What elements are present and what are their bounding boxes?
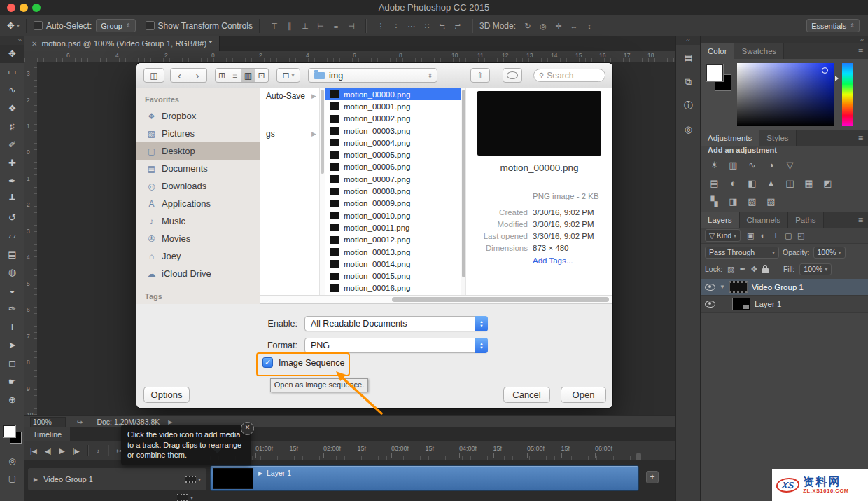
saturation-brightness-field[interactable] — [737, 63, 834, 126]
distribute-bottom-edges-icon[interactable]: ⋯ — [404, 22, 419, 31]
search-field[interactable]: ⚲ Search — [533, 69, 606, 82]
coverflow-view-button[interactable]: ⊡ — [255, 68, 269, 83]
tags-button[interactable] — [503, 68, 522, 83]
dodge-tool[interactable]: ◒ — [0, 282, 24, 300]
filter-adjustment-layers-icon[interactable]: ◐ — [757, 231, 769, 240]
brush-tool[interactable]: ✒ — [0, 172, 24, 191]
sidebar-item-pictures[interactable]: ▧ Pictures — [136, 125, 260, 142]
folder-item[interactable]: Auto-Save ▶ — [260, 90, 319, 102]
distribute-top-edges-icon[interactable]: ⋮ — [373, 22, 388, 31]
sidebar-item-movies[interactable]: ✇ Movies — [136, 230, 260, 247]
photo-filter-icon[interactable]: ▲ — [762, 176, 780, 191]
layer-row-video-group[interactable]: ▼ Video Group 1 — [701, 279, 868, 296]
location-dropdown[interactable]: img ⇕ — [308, 68, 438, 83]
move-tool[interactable]: ✥ — [0, 45, 24, 63]
distribute-right-edges-icon[interactable]: ≓ — [450, 22, 465, 31]
distribute-horizontal-centers-icon[interactable]: ≒ — [435, 22, 450, 31]
sidebar-item-icloud-drive[interactable]: ☁ iCloud Drive — [136, 265, 260, 282]
disclosure-icon[interactable]: ▶ — [34, 476, 38, 483]
shape-tool[interactable]: ◻ — [0, 355, 24, 373]
collapse-tools-icon[interactable]: ›› — [0, 36, 24, 45]
color-balance-icon[interactable]: ◐ — [724, 176, 743, 191]
layer-name[interactable]: Video Group 1 — [752, 283, 804, 291]
enable-dropdown[interactable]: All Readable Documents ▲ ▼ — [304, 316, 488, 331]
disclosure-icon[interactable]: ▼ — [720, 284, 725, 290]
icon-view-button[interactable]: ⊞ — [215, 68, 229, 83]
file-item[interactable]: motion_00008.png — [326, 185, 461, 197]
3d-drag-icon[interactable]: ✛ — [551, 22, 566, 31]
tool-preset-picker[interactable]: ✥ ▾ — [7, 20, 20, 31]
eye-icon[interactable] — [705, 284, 715, 291]
back-button[interactable]: ‹ — [170, 68, 189, 83]
blur-tool[interactable]: ◍ — [0, 263, 24, 282]
3d-roll-icon[interactable]: ◎ — [536, 22, 551, 31]
tab-color[interactable]: Color — [701, 43, 734, 59]
file-item[interactable]: motion_00012.png — [326, 234, 461, 246]
properties-panel-icon[interactable]: ◎ — [676, 119, 701, 140]
hue-saturation-icon[interactable]: ▤ — [705, 176, 724, 191]
info-panel-icon[interactable]: ⓘ — [676, 95, 701, 116]
curves-icon[interactable]: ∿ — [743, 158, 762, 173]
sidebar-item-downloads[interactable]: ◎ Downloads — [136, 177, 260, 195]
previous-frame-button[interactable]: ◀| — [45, 447, 52, 455]
add-media-icon[interactable] — [186, 476, 196, 483]
align-bottom-edges-icon[interactable]: ⊥ — [298, 22, 313, 31]
align-horizontal-centers-icon[interactable]: ≡ — [328, 22, 344, 30]
distribute-vertical-centers-icon[interactable]: ∶ — [388, 22, 404, 31]
align-left-edges-icon[interactable]: ⊢ — [313, 22, 328, 31]
clone-stamp-tool[interactable]: ┻ — [0, 191, 24, 209]
posterize-icon[interactable]: ▚ — [705, 194, 724, 210]
filter-pixel-layers-icon[interactable]: ▣ — [745, 231, 756, 240]
opacity-dropdown[interactable]: 100% ▾ — [813, 247, 846, 259]
selective-color-icon[interactable]: ▨ — [762, 194, 780, 210]
columns-horizontal-scrollbar[interactable] — [260, 295, 612, 304]
sidebar-item-desktop[interactable]: ▢ Desktop — [136, 142, 260, 160]
file-item[interactable]: motion_00015.png — [326, 270, 461, 282]
file-item[interactable]: motion_00014.png — [326, 258, 461, 270]
filter-type-layers-icon[interactable]: T — [770, 231, 781, 240]
marquee-tool[interactable]: ▭ — [0, 63, 24, 81]
hand-tool[interactable]: ☛ — [0, 373, 24, 391]
blend-mode-dropdown[interactable]: Pass Through ▾ — [705, 247, 779, 259]
3d-rotate-icon[interactable]: ↻ — [520, 22, 536, 31]
align-vertical-centers-icon[interactable]: ∥ — [282, 22, 298, 31]
options-button[interactable]: Options — [144, 387, 190, 403]
file-item[interactable]: motion_00006.png — [326, 161, 461, 173]
add-track-button[interactable]: + — [646, 471, 659, 483]
auto-select-dropdown[interactable]: Group ⇕ — [96, 19, 135, 32]
sidebar-toggle-button[interactable]: ◫ — [144, 68, 164, 83]
tab-layers[interactable]: Layers — [701, 212, 740, 228]
history-brush-tool[interactable]: ↺ — [0, 209, 24, 227]
gradient-map-icon[interactable]: ▧ — [743, 194, 762, 210]
scrollbar-thumb[interactable] — [321, 90, 324, 174]
quick-mask-icon[interactable]: ◎ — [0, 456, 24, 466]
vertical-ruler[interactable]: 321012345678910 — [24, 62, 38, 415]
3d-slide-icon[interactable]: ↔ — [566, 22, 582, 30]
arrange-button[interactable]: ⊟ ▾ — [276, 68, 300, 83]
file-item[interactable]: motion_00004.png — [326, 137, 461, 149]
nav-column-scrollbar[interactable] — [320, 88, 326, 295]
sidebar-item-music[interactable]: ♪ Music — [136, 212, 260, 230]
path-selection-tool[interactable]: ➤ — [0, 336, 24, 355]
black-white-icon[interactable]: ◧ — [743, 176, 762, 191]
vibrance-icon[interactable]: ▽ — [780, 158, 799, 173]
filter-shape-layers-icon[interactable]: ▢ — [783, 231, 794, 240]
tab-channels[interactable]: Channels — [740, 212, 789, 228]
panel-menu-icon[interactable]: ≣ — [858, 43, 868, 59]
foreground-color-swatch[interactable] — [4, 425, 15, 437]
zoom-tool[interactable]: ⊕ — [0, 391, 24, 409]
file-item[interactable]: motion_00005.png — [326, 149, 461, 160]
healing-brush-tool[interactable]: ✚ — [0, 154, 24, 172]
eraser-tool[interactable]: ▱ — [0, 227, 24, 245]
file-item[interactable]: motion_00000.png — [326, 88, 461, 100]
lock-all-icon[interactable] — [762, 268, 769, 273]
audio-mute-button[interactable]: ♪ — [97, 447, 100, 455]
quick-selection-tool[interactable]: ❖ — [0, 99, 24, 118]
levels-icon[interactable]: ▥ — [724, 158, 743, 173]
window-zoom-button[interactable] — [32, 4, 41, 12]
distribute-left-edges-icon[interactable]: ∷ — [419, 22, 435, 31]
align-top-edges-icon[interactable]: ⊤ — [267, 22, 282, 31]
window-minimize-button[interactable] — [20, 4, 28, 12]
eyedropper-tool[interactable]: ✐ — [0, 136, 24, 154]
add-tags-link[interactable]: Add Tags... — [533, 256, 573, 265]
